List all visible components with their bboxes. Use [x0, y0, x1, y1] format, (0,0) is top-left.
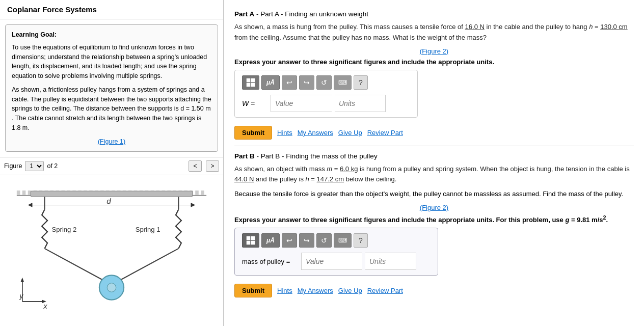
undo-icon: ↩: [286, 78, 292, 87]
mu-icon-b: μÅ: [266, 237, 275, 244]
svg-marker-4: [191, 203, 195, 207]
part-a-header: Part A - Part A - Finding an unknown wei…: [234, 10, 634, 18]
part-b-answer-box: μÅ ↩ ↪ ↺ ⌨ ? mass of pulley =: [234, 228, 438, 276]
part-b-value-input[interactable]: [301, 253, 362, 270]
part-a-keyboard-button[interactable]: ⌨: [334, 75, 352, 90]
figure-prev-button[interactable]: <: [189, 160, 202, 172]
part-b-toolbar-grid-button[interactable]: [242, 233, 259, 248]
svg-rect-8: [31, 191, 193, 197]
figure-svg: d Spring 2 Sprin: [0, 175, 223, 326]
figure-select[interactable]: 1 2: [25, 161, 44, 171]
refresh-icon-b: ↺: [321, 236, 327, 244]
part-a-submit-button[interactable]: Submit: [234, 126, 272, 140]
part-b-answer-row: mass of pulley =: [242, 253, 431, 270]
keyboard-icon: ⌨: [338, 79, 347, 86]
part-b-refresh-button[interactable]: ↺: [316, 233, 332, 248]
figure-area: Figure 1 2 of 2 < > d: [0, 157, 223, 326]
svg-line-9: [45, 249, 112, 285]
svg-text:y: y: [19, 292, 23, 301]
part-a-description: As shown, a mass is hung from the pulley…: [234, 22, 634, 43]
grid-icon-b: [246, 236, 255, 245]
figure-label: Figure: [4, 162, 22, 170]
figure-canvas: d Spring 2 Sprin: [0, 175, 223, 326]
figure-of: of 2: [47, 162, 58, 170]
part-a-help-button[interactable]: ?: [354, 75, 368, 90]
svg-marker-16: [21, 278, 24, 282]
part-divider: [234, 146, 634, 146]
svg-marker-3: [28, 203, 33, 207]
svg-rect-25: [247, 236, 250, 240]
part-b-my-answers-link[interactable]: My Answers: [298, 287, 333, 294]
svg-point-12: [107, 283, 116, 292]
part-a-redo-button[interactable]: ↪: [299, 75, 314, 90]
undo-icon-b: ↩: [286, 236, 292, 244]
part-a-toolbar-mu-button[interactable]: μÅ: [261, 75, 280, 90]
part-b-undo-button[interactable]: ↩: [282, 233, 297, 248]
svg-rect-26: [251, 236, 255, 240]
part-b-toolbar-mu-button[interactable]: μÅ: [261, 233, 280, 248]
part-b-figure-link[interactable]: (Figure 2): [234, 204, 634, 211]
redo-icon-b: ↪: [304, 236, 310, 244]
learning-goal-title: Learning Goal:: [12, 30, 211, 40]
part-a-my-answers-link[interactable]: My Answers: [298, 129, 333, 137]
figure-next-button[interactable]: >: [206, 160, 219, 172]
part-b-review-link[interactable]: Review Part: [367, 287, 403, 294]
learning-goal-text1: To use the equations of equilibrium to f…: [12, 43, 211, 81]
part-a-label: W =: [242, 99, 267, 107]
part-a-refresh-button[interactable]: ↺: [316, 75, 332, 90]
svg-rect-24: [251, 83, 255, 87]
part-b-keyboard-button[interactable]: ⌨: [334, 233, 352, 248]
learning-goal-text2: As shown, a frictionless pulley hangs fr…: [12, 85, 211, 133]
learning-goal-box: Learning Goal: To use the equations of e…: [5, 24, 218, 152]
svg-line-10: [112, 249, 178, 285]
part-a-answer-box: μÅ ↩ ↪ ↺ ⌨ ?: [234, 70, 418, 118]
svg-text:d: d: [106, 197, 111, 205]
part-b-give-up-link[interactable]: Give Up: [338, 287, 362, 294]
part-a-toolbar-grid-button[interactable]: [242, 75, 259, 90]
part-a-units-input[interactable]: [335, 95, 386, 112]
figure1-link[interactable]: (Figure 1): [12, 137, 211, 147]
part-a-toolbar: μÅ ↩ ↪ ↺ ⌨ ?: [242, 75, 410, 90]
part-b-label: mass of pulley =: [242, 258, 298, 265]
svg-rect-28: [251, 241, 255, 244]
part-a-undo-button[interactable]: ↩: [282, 75, 297, 90]
right-panel: Part A - Part A - Finding an unknown wei…: [224, 0, 644, 326]
part-b-description2: Because the tensile force is greater tha…: [234, 189, 634, 200]
part-a-review-link[interactable]: Review Part: [367, 129, 403, 137]
part-a-answer-row: W =: [242, 95, 410, 112]
left-panel: Coplanar Force Systems Learning Goal: To…: [0, 0, 224, 326]
mu-icon: μÅ: [266, 79, 275, 86]
page-title: Coplanar Force Systems: [0, 0, 223, 19]
part-b-units-input[interactable]: [365, 253, 416, 270]
part-b-hints-link[interactable]: Hints: [277, 287, 292, 294]
help-icon-b: ?: [359, 236, 363, 244]
grid-icon: [246, 78, 255, 87]
part-b-submit-button[interactable]: Submit: [234, 284, 272, 297]
part-a-hints-link[interactable]: Hints: [277, 129, 292, 137]
part-b-description1: As shown, an object with mass m = 6.0 kg…: [234, 164, 634, 185]
part-b-header: Part B - Part B - Finding the mass of th…: [234, 152, 634, 160]
part-a-express-note: Express your answer to three significant…: [234, 58, 634, 66]
help-icon: ?: [359, 78, 363, 87]
svg-text:x: x: [43, 302, 47, 310]
part-a-value-input[interactable]: [271, 95, 332, 112]
part-b-action-row: Submit Hints My Answers Give Up Review P…: [234, 284, 634, 297]
svg-rect-27: [247, 241, 250, 244]
refresh-icon: ↺: [321, 78, 327, 87]
part-b-redo-button[interactable]: ↪: [299, 233, 314, 248]
svg-text:Spring 2: Spring 2: [51, 226, 76, 233]
part-a-action-row: Submit Hints My Answers Give Up Review P…: [234, 126, 634, 140]
part-a-give-up-link[interactable]: Give Up: [338, 129, 362, 137]
part-b-toolbar: μÅ ↩ ↪ ↺ ⌨ ?: [242, 233, 431, 248]
svg-text:Spring 1: Spring 1: [136, 226, 160, 233]
part-b-help-button[interactable]: ?: [354, 233, 368, 248]
svg-rect-21: [247, 78, 250, 82]
redo-icon: ↪: [304, 78, 310, 87]
part-b-express-note: Express your answer to three significant…: [234, 214, 634, 224]
keyboard-icon-b: ⌨: [338, 237, 347, 244]
part-a-figure-link[interactable]: (Figure 2): [234, 47, 634, 55]
svg-rect-23: [247, 83, 250, 87]
figure-nav: Figure 1 2 of 2 < >: [0, 157, 223, 175]
svg-rect-22: [251, 78, 255, 82]
